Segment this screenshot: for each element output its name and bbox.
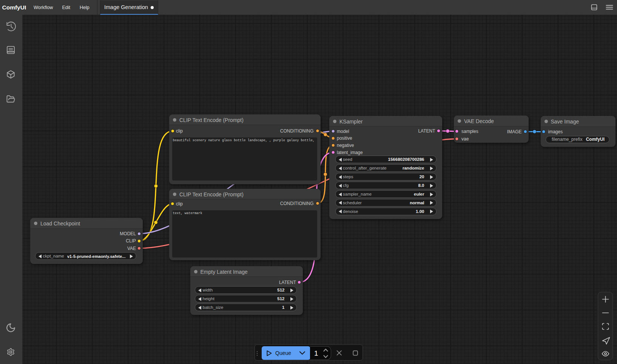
svg-text:Queue: Queue — [275, 350, 291, 356]
svg-text:1: 1 — [314, 349, 318, 357]
